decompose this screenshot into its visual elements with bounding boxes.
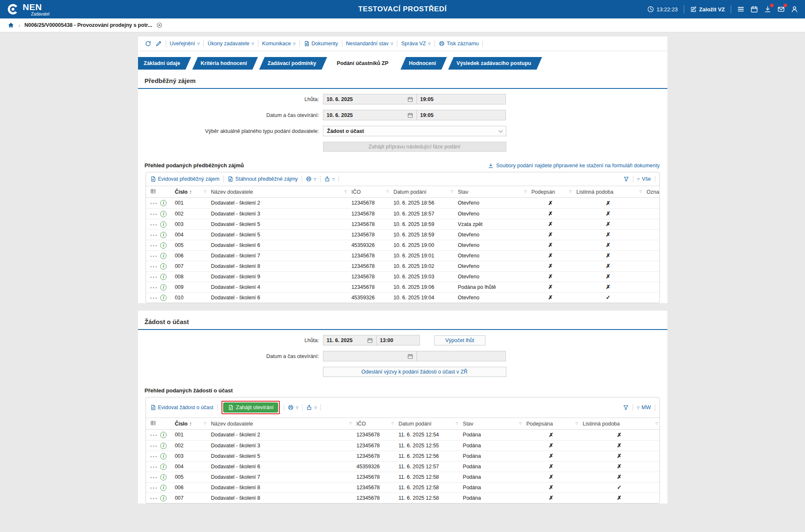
menu-nestandardni-stav[interactable]: Nestandardní stav▽	[346, 41, 393, 47]
row-actions-icon[interactable]: ●●●	[150, 254, 158, 257]
filter-caret-icon[interactable]: ▽	[639, 189, 642, 193]
tab-hodnoceni[interactable]: Hodnocení	[401, 57, 447, 70]
calendar-icon[interactable]	[407, 353, 413, 359]
calendar-icon[interactable]	[407, 96, 413, 102]
filter-caret-icon[interactable]: ▽	[451, 189, 453, 193]
calc-deadlines-button[interactable]: Výpočet lhůt	[434, 335, 486, 345]
filter-caret-icon[interactable]: ▽	[344, 189, 347, 193]
prelim-table-row[interactable]: ●●● i 001 Dodavatel - školení 2 12345678…	[146, 198, 659, 209]
column-listinna-podoba[interactable]: Listinná podoba▽	[579, 418, 659, 430]
row-actions-icon[interactable]: ●●●	[150, 476, 158, 479]
tab-podani-ucastniku-zp[interactable]: Podání účastníků ZP	[328, 57, 399, 70]
row-actions-icon[interactable]: ●●●	[150, 296, 158, 299]
filter-caret-icon[interactable]: ▽	[391, 421, 394, 425]
row-info-icon[interactable]: i	[160, 274, 167, 280]
filter-funnel-icon[interactable]	[623, 405, 629, 410]
row-info-icon[interactable]: i	[160, 211, 167, 217]
row-info-icon[interactable]: i	[160, 200, 167, 206]
row-info-icon[interactable]: i	[160, 474, 167, 480]
home-icon[interactable]	[8, 22, 14, 29]
prelim-table-row[interactable]: ●●● i 002 Dodavatel - školení 3 12345678…	[146, 208, 659, 219]
zadost-opening-date-field[interactable]	[323, 351, 417, 361]
row-info-icon[interactable]: i	[160, 263, 167, 270]
row-actions-icon[interactable]: ●●●	[150, 265, 158, 268]
filter-caret-icon[interactable]: ▽	[569, 189, 572, 193]
calendar-icon[interactable]	[367, 337, 373, 343]
filter-caret-icon[interactable]: ▽	[456, 421, 458, 425]
column-nazev-dodavatele[interactable]: Název dodavatele▽	[208, 186, 348, 198]
prelim-table-row[interactable]: ●●● i 004 Dodavatel - školení 5 12345678…	[146, 229, 659, 240]
next-phase-button[interactable]: Zahájit přípravu následující fáze podání	[323, 142, 506, 152]
prelim-table-row[interactable]: ●●● i 010 Dodavatel - školení 6 45359326…	[146, 292, 659, 303]
column-settings-icon[interactable]	[150, 189, 156, 195]
row-info-icon[interactable]: i	[160, 221, 167, 228]
filter-caret-icon[interactable]: ▽	[524, 189, 527, 193]
download-prelim-interests-button[interactable]: Stáhnout předběžné zájmy	[227, 176, 298, 182]
prelim-table-row[interactable]: ●●● i 005 Dodavatel - školení 6 45359326…	[146, 240, 659, 250]
row-actions-icon[interactable]: ●●●	[150, 202, 158, 205]
row-actions-icon[interactable]: ●●●	[150, 455, 158, 458]
calendar-icon[interactable]	[750, 5, 758, 13]
prelim-table-row[interactable]: ●●● i 003 Dodavatel - školení 5 12345678…	[146, 219, 659, 229]
calendar-icon[interactable]	[407, 112, 413, 118]
row-info-icon[interactable]: i	[160, 284, 167, 291]
menu-sprava-vz[interactable]: Správa VZ▽	[401, 41, 430, 47]
start-opening-button[interactable]: Zahájit otevírání	[223, 402, 279, 413]
column-settings-icon[interactable]	[150, 421, 156, 427]
menu-ukony-zadavatele[interactable]: Úkony zadavatele▽	[208, 41, 254, 47]
menu-icon[interactable]	[737, 5, 745, 13]
row-actions-icon[interactable]: ●●●	[150, 286, 158, 289]
row-actions-icon[interactable]: ●●●	[150, 234, 158, 236]
column-ico[interactable]: IČO▽	[348, 186, 390, 198]
row-info-icon[interactable]: i	[160, 495, 167, 501]
zadost-opening-time-field[interactable]	[417, 351, 506, 361]
opening-date-field[interactable]: 10. 6. 2025	[323, 110, 417, 120]
row-info-icon[interactable]: i	[160, 242, 167, 249]
row-actions-icon[interactable]: ●●●	[150, 213, 158, 215]
row-actions-icon[interactable]: ●●●	[150, 244, 158, 247]
user-profile-icon[interactable]	[791, 5, 798, 13]
row-info-icon[interactable]: i	[160, 253, 167, 259]
menu-tisk-zaznamu[interactable]: Tisk záznamu	[439, 41, 479, 47]
filter-caret-icon[interactable]: ▽	[386, 189, 389, 193]
opening-time-field[interactable]: 19:05	[417, 110, 506, 120]
prelim-table-row[interactable]: ●●● i 009 Dodavatel - školení 4 12345678…	[146, 282, 659, 292]
export-grid-button[interactable]: ▽	[324, 176, 335, 182]
row-actions-icon[interactable]: ●●●	[150, 444, 158, 447]
filter-caret-icon[interactable]: ▽	[519, 421, 522, 425]
menu-uverejneni[interactable]: Uveřejnění▽	[170, 41, 200, 47]
deadline-date-field[interactable]: 10. 6. 2025	[323, 94, 417, 104]
create-vz-button[interactable]: Založit VZ	[690, 6, 725, 13]
menu-dokumenty[interactable]: Dokumenty	[304, 41, 338, 47]
menu-komunikace[interactable]: Komunikace▽	[262, 41, 296, 47]
column-podepsan[interactable]: Podepsán▽	[528, 186, 573, 198]
row-info-icon[interactable]: i	[160, 464, 167, 470]
column-nazev-dodavatele[interactable]: Název dodavatele▽	[208, 418, 353, 430]
row-actions-icon[interactable]: ●●●	[150, 497, 158, 500]
column-podepsana[interactable]: Podepsána▽	[523, 418, 579, 430]
prelim-table-row[interactable]: ●●● i 006 Dodavatel - školení 7 12345678…	[146, 250, 659, 261]
zadost-table-row[interactable]: ●●● i 003 Dodavatel - školení 5 12345678…	[146, 451, 659, 461]
filter-preset-vse[interactable]: ▽ Vše	[637, 176, 651, 182]
row-actions-icon[interactable]: ●●●	[150, 465, 158, 468]
row-info-icon[interactable]: i	[160, 232, 167, 238]
submission-files-link[interactable]: Soubory podání najdete připravené ke sta…	[488, 163, 660, 169]
tab-kriteria-hodnoceni[interactable]: Kritéria hodnocení	[192, 57, 258, 70]
row-actions-icon[interactable]: ●●●	[150, 486, 158, 489]
filter-funnel-icon[interactable]	[623, 176, 629, 182]
filter-preset-mw[interactable]: ▽ MW	[637, 405, 651, 410]
nen-logo[interactable]: NEN Zadavatel	[7, 3, 49, 16]
column-datum-podani[interactable]: Datum podání▽	[395, 418, 459, 430]
prelim-table-row[interactable]: ●●● i 008 Dodavatel - školení 9 12345678…	[146, 271, 659, 282]
row-info-icon[interactable]: i	[160, 443, 167, 449]
edit-record-icon[interactable]	[155, 40, 162, 47]
row-actions-icon[interactable]: ●●●	[150, 223, 158, 226]
close-record-icon[interactable]	[156, 22, 162, 28]
column-stav[interactable]: Stav▽	[459, 418, 523, 430]
export-grid-button[interactable]: ▽	[306, 405, 317, 410]
column-listinna-podoba[interactable]: Listinná podoba▽	[573, 186, 643, 198]
zadost-deadline-time-field[interactable]: 13:00	[376, 335, 420, 345]
downloads-icon[interactable]	[764, 5, 771, 13]
tab-zakladni-udaje[interactable]: Základní údaje	[138, 57, 191, 70]
filter-caret-icon[interactable]: ▽	[655, 421, 658, 425]
